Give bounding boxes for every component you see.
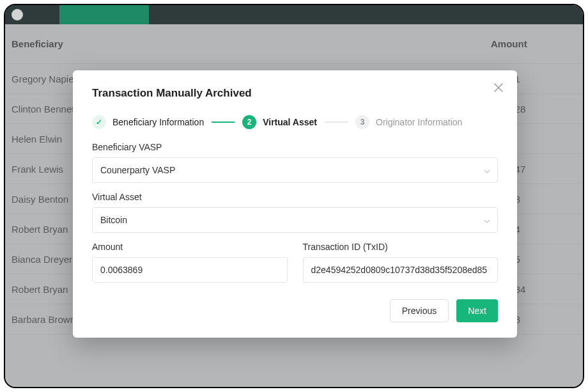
modal-title: Transaction Manually Archived [92, 87, 498, 100]
virtual-asset-select[interactable]: Bitcoin [92, 207, 498, 233]
step-1-label: Beneficiary Information [112, 117, 204, 127]
topbar-left [5, 5, 59, 24]
label-amount: Amount [92, 242, 288, 252]
label-virtual-asset: Virtual Asset [92, 192, 498, 202]
step-3[interactable]: 3 Originator Information [355, 115, 462, 129]
virtual-asset-value: Bitcoin [92, 207, 498, 233]
beneficiary-vasp-value: Counerparty VASP [92, 157, 498, 183]
step-2-number: 2 [242, 115, 256, 129]
step-3-label: Originator Information [376, 117, 462, 127]
content-area: Beneficiary Amount Gregory Napier39.111C… [5, 24, 583, 387]
label-beneficiary-vasp: Beneficiary VASP [92, 142, 498, 152]
app-window: Beneficiary Amount Gregory Napier39.111C… [4, 4, 584, 388]
app-logo [12, 9, 23, 20]
topbar-active-tab[interactable] [59, 5, 149, 24]
step-1[interactable]: ✓ Beneficiary Information [92, 115, 204, 129]
beneficiary-vasp-select[interactable]: Counerparty VASP [92, 157, 498, 183]
label-txid: Transaction ID (TxID) [303, 242, 499, 252]
txid-input[interactable] [303, 257, 499, 283]
step-2-label: Virtual Asset [263, 117, 317, 127]
topbar [5, 5, 583, 24]
step-3-number: 3 [355, 115, 369, 129]
chevron-down-icon [484, 164, 490, 176]
step-connector [325, 122, 348, 123]
modal-footer: Previous Next [92, 299, 498, 322]
chevron-down-icon [484, 214, 490, 226]
previous-button[interactable]: Previous [390, 299, 449, 322]
archive-transaction-modal: Transaction Manually Archived ✓ Benefici… [73, 70, 517, 338]
close-icon[interactable] [491, 81, 506, 95]
check-icon: ✓ [92, 115, 106, 129]
step-connector [212, 122, 235, 123]
step-2[interactable]: 2 Virtual Asset [242, 115, 317, 129]
stepper: ✓ Beneficiary Information 2 Virtual Asse… [92, 115, 498, 129]
next-button[interactable]: Next [456, 299, 498, 322]
amount-input[interactable] [92, 257, 288, 283]
